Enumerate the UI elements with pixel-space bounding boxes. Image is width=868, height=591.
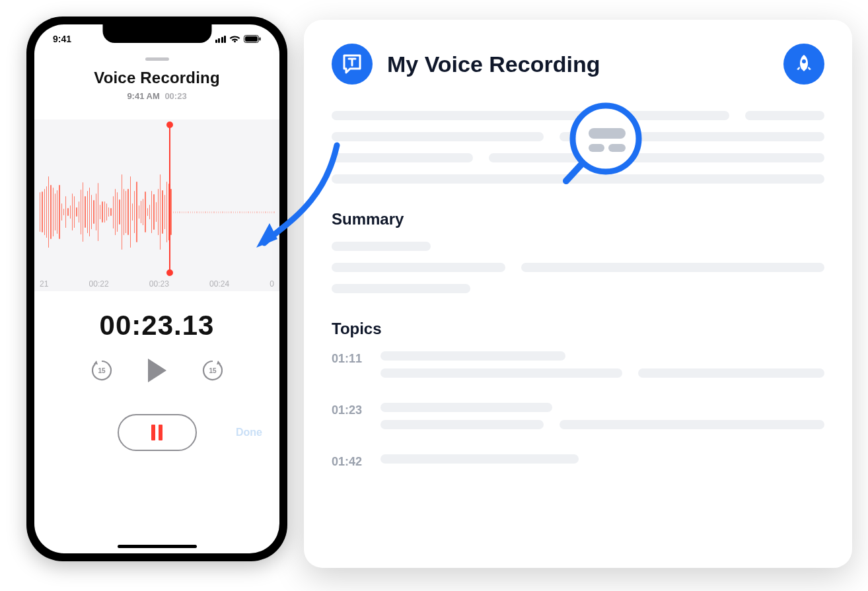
pause-button[interactable] xyxy=(118,414,197,451)
topic-timestamp: 01:11 xyxy=(332,351,366,366)
tick: 00:22 xyxy=(89,279,109,289)
svg-point-5 xyxy=(802,59,806,63)
tick: 00:24 xyxy=(209,279,229,289)
recording-title: Voice Recording xyxy=(34,69,279,87)
svg-rect-8 xyxy=(589,144,604,152)
sheet-grabber[interactable] xyxy=(145,57,169,61)
topic-item[interactable]: 01:42 xyxy=(332,454,824,471)
wifi-icon xyxy=(229,35,240,43)
transcript-panel: My Voice Recording Summary Topics xyxy=(304,20,852,568)
topic-content xyxy=(380,403,824,437)
svg-text:15: 15 xyxy=(98,367,106,374)
phone-mockup: 9:41 Voice Recording 9:41 AM 00:23 xyxy=(26,17,287,561)
elapsed-timer: 00:23.13 xyxy=(34,310,279,341)
time-ticks: 21 00:22 00:23 00:24 0 xyxy=(34,279,279,289)
topic-item[interactable]: 01:11 xyxy=(332,351,824,386)
app-logo-icon[interactable] xyxy=(332,44,373,85)
recording-duration: 00:23 xyxy=(164,91,186,101)
svg-text:15: 15 xyxy=(209,367,217,374)
signal-icon xyxy=(215,36,227,43)
svg-rect-9 xyxy=(608,144,626,152)
recording-time: 9:41 AM xyxy=(127,91,159,101)
status-time: 9:41 xyxy=(53,34,71,44)
phone-screen: 9:41 Voice Recording 9:41 AM 00:23 xyxy=(34,24,279,553)
topics-heading: Topics xyxy=(332,320,824,338)
battery-icon xyxy=(244,35,261,43)
transfer-arrow-icon xyxy=(244,132,357,258)
topic-timestamp: 01:23 xyxy=(332,403,366,417)
svg-rect-2 xyxy=(260,38,261,41)
done-button[interactable]: Done xyxy=(236,427,262,438)
topic-timestamp: 01:42 xyxy=(332,454,366,469)
summary-skeleton xyxy=(332,242,824,293)
phone-notch xyxy=(102,24,211,43)
waveform xyxy=(40,146,274,278)
recording-subtitle: 9:41 AM 00:23 xyxy=(34,91,279,101)
transcript-skeleton xyxy=(332,111,824,184)
tick: 00:23 xyxy=(149,279,169,289)
playback-controls: 15 15 xyxy=(34,357,279,384)
skip-forward-button[interactable]: 15 xyxy=(199,357,226,384)
tick: 21 xyxy=(40,279,48,289)
svg-rect-1 xyxy=(245,36,258,42)
home-indicator[interactable] xyxy=(118,545,197,548)
tick: 0 xyxy=(270,279,274,289)
topic-item[interactable]: 01:23 xyxy=(332,403,824,437)
skip-back-button[interactable]: 15 xyxy=(89,357,115,384)
panel-header: My Voice Recording xyxy=(332,44,824,85)
panel-title: My Voice Recording xyxy=(387,52,600,77)
topic-content xyxy=(380,351,824,386)
playhead[interactable] xyxy=(169,125,170,273)
play-button[interactable] xyxy=(148,359,166,382)
status-icons xyxy=(215,35,262,43)
bottom-controls: Done xyxy=(34,414,279,451)
topic-content xyxy=(380,454,824,471)
rocket-action-button[interactable] xyxy=(783,44,824,85)
summary-heading: Summary xyxy=(332,210,824,228)
waveform-area[interactable]: 21 00:22 00:23 00:24 0 xyxy=(34,120,279,291)
